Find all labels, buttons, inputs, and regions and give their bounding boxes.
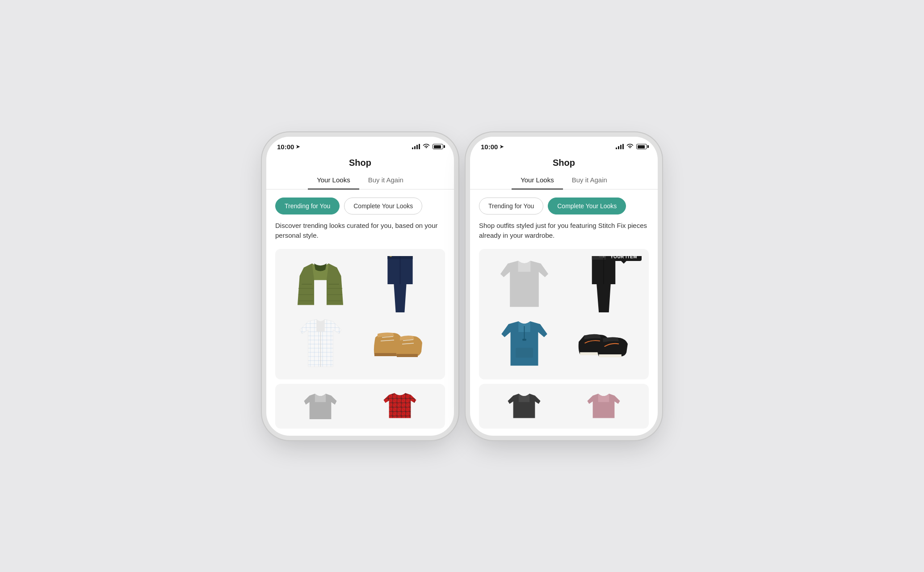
battery-icon-right [636, 144, 647, 149]
trending-for-you-btn-right[interactable]: Trending for You [479, 198, 543, 214]
jacket-svg [294, 256, 347, 312]
tabs-left: Your Looks Buy it Again [266, 172, 454, 189]
shirt-item [282, 316, 358, 372]
black-pants-item: YOUR ITEM [566, 256, 642, 312]
complete-looks-btn-left[interactable]: Complete Your Looks [344, 198, 422, 214]
your-item-badge: YOUR ITEM [606, 256, 642, 261]
outfit-card-left [275, 249, 445, 379]
shirt-svg [295, 317, 346, 371]
status-icons-left [412, 143, 443, 150]
location-icon-left: ➤ [296, 144, 300, 150]
pants-svg [383, 256, 417, 312]
svg-rect-26 [516, 348, 533, 358]
svg-point-23 [603, 256, 605, 258]
phone-left: 10:00 ➤ [266, 137, 454, 436]
sneakers-svg [576, 327, 632, 361]
second-card-grid-right [486, 391, 642, 422]
plaid-shirt-preview [362, 391, 438, 422]
mauve-shirt-preview [566, 391, 642, 422]
status-icons-right [616, 143, 647, 150]
phone-content-left: Shop Your Looks Buy it Again Trending fo… [266, 153, 454, 436]
outfit-card-right: YOUR ITEM [479, 249, 649, 379]
phone-right: 10:00 ➤ [470, 137, 658, 436]
location-icon-right: ➤ [500, 144, 504, 150]
longsleeve-svg [499, 257, 550, 311]
tab-your-looks-right[interactable]: Your Looks [512, 172, 563, 189]
description-right: Shop outfits styled just for you featuri… [470, 214, 658, 245]
wifi-icon-left [423, 143, 430, 150]
black-pants-svg [588, 256, 619, 312]
phones-container: 10:00 ➤ [266, 137, 658, 436]
shop-title-right: Shop [470, 158, 658, 168]
complete-looks-btn-right[interactable]: Complete Your Looks [548, 198, 626, 214]
shoes-svg [371, 324, 429, 364]
sweater-preview-svg [300, 392, 340, 421]
dark-jacket-preview [486, 391, 562, 422]
sweater-preview [282, 391, 358, 422]
second-card-grid-left [282, 391, 438, 422]
tab-buy-again-right[interactable]: Buy it Again [563, 172, 616, 189]
time-display-right: 10:00 [481, 143, 498, 151]
plaid-preview-svg [380, 392, 420, 421]
description-left: Discover trending looks curated for you,… [266, 214, 454, 245]
pullover-svg [499, 318, 550, 370]
outfit-grid-left [282, 256, 438, 372]
pullover-item [486, 316, 562, 372]
time-right: 10:00 ➤ [481, 143, 504, 151]
outfit-grid-right: YOUR ITEM [486, 256, 642, 372]
filter-buttons-left: Trending for You Complete Your Looks [266, 189, 454, 214]
outfit-card-second-right [479, 384, 649, 429]
longsleeve-item [486, 256, 562, 312]
shop-title-left: Shop [266, 158, 454, 168]
status-bar-left: 10:00 ➤ [266, 137, 454, 153]
filter-buttons-right: Trending for You Complete Your Looks [470, 189, 658, 214]
svg-rect-25 [522, 339, 526, 341]
dark-jacket-preview-svg [504, 392, 544, 421]
shop-header-left: Shop Your Looks Buy it Again [266, 153, 454, 189]
time-display-left: 10:00 [277, 143, 294, 151]
tab-your-looks-left[interactable]: Your Looks [308, 172, 359, 189]
mauve-preview-svg [584, 392, 624, 421]
pants-item [362, 256, 438, 312]
time-left: 10:00 ➤ [277, 143, 300, 151]
trending-for-you-btn-left[interactable]: Trending for You [275, 198, 340, 214]
wifi-icon-right [626, 143, 634, 150]
status-bar-right: 10:00 ➤ [470, 137, 658, 153]
sneakers-item [566, 316, 642, 372]
jacket-item [282, 256, 358, 312]
shop-header-right: Shop Your Looks Buy it Again [470, 153, 658, 189]
outfit-card-second-left [275, 384, 445, 429]
signal-icon-right [616, 144, 624, 149]
shoes-item [362, 316, 438, 372]
tabs-right: Your Looks Buy it Again [470, 172, 658, 189]
phone-content-right: Shop Your Looks Buy it Again Trending fo… [470, 153, 658, 436]
tab-buy-again-left[interactable]: Buy it Again [359, 172, 412, 189]
signal-icon-left [412, 144, 420, 149]
battery-icon-left [433, 144, 443, 149]
